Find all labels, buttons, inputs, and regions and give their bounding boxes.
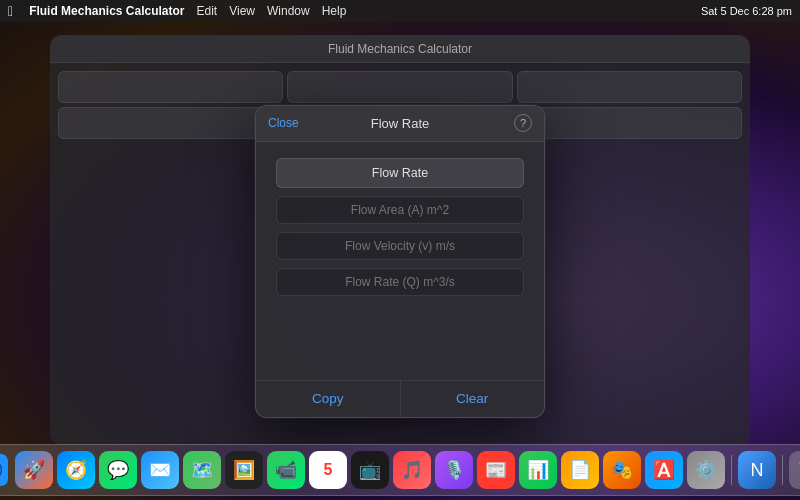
dock-pages[interactable]: 📄 [561, 451, 599, 489]
copy-button[interactable]: Copy [256, 381, 401, 417]
help-icon: ? [520, 117, 526, 129]
dock-news[interactable]: 📰 [477, 451, 515, 489]
dock-facetime[interactable]: 📹 [267, 451, 305, 489]
menubar-view[interactable]: View [229, 4, 255, 18]
flow-rate-modal: Close Flow Rate ? Flow Rate Copy Clear [255, 105, 545, 418]
dock-podcasts[interactable]: 🎙️ [435, 451, 473, 489]
modal-titlebar: Close Flow Rate ? [256, 106, 544, 142]
apple-menu[interactable]:  [8, 3, 13, 19]
dock-nord[interactable]: N [738, 451, 776, 489]
dock-systemprefs[interactable]: ⚙️ [687, 451, 725, 489]
dock-numbers[interactable]: 📊 [519, 451, 557, 489]
dock-appstore[interactable]: 🅰️ [645, 451, 683, 489]
modal-footer: Copy Clear [256, 380, 544, 417]
dock-separator [731, 455, 732, 485]
flow-velocity-input[interactable] [276, 232, 524, 260]
clear-button[interactable]: Clear [401, 381, 545, 417]
flow-rate-input[interactable] [276, 268, 524, 296]
modal-spacer [276, 304, 524, 364]
dock-separator-2 [782, 455, 783, 485]
menubar-window[interactable]: Window [267, 4, 310, 18]
dock-trash[interactable]: 🗑️ [789, 451, 800, 489]
menubar:  Fluid Mechanics Calculator Edit View W… [0, 0, 800, 22]
dock-safari[interactable]: 🧭 [57, 451, 95, 489]
dock-mail[interactable]: ✉️ [141, 451, 179, 489]
modal-overlay: Close Flow Rate ? Flow Rate Copy Clear [0, 0, 800, 500]
dock-maps[interactable]: 🗺️ [183, 451, 221, 489]
dock-finder[interactable]: 🔵 [0, 451, 11, 489]
flow-rate-section-button[interactable]: Flow Rate [276, 158, 524, 188]
menubar-app-name: Fluid Mechanics Calculator [29, 4, 184, 18]
menubar-date: Sat 5 Dec 6:28 pm [701, 5, 792, 17]
dock-keynote[interactable]: 🎭 [603, 451, 641, 489]
dock-launchpad[interactable]: 🚀 [15, 451, 53, 489]
modal-close-button[interactable]: Close [268, 116, 299, 130]
dock-appletv[interactable]: 📺 [351, 451, 389, 489]
modal-body: Flow Rate [256, 142, 544, 380]
menubar-edit[interactable]: Edit [197, 4, 218, 18]
menubar-left:  Fluid Mechanics Calculator Edit View W… [8, 3, 701, 19]
dock-calendar[interactable]: 5 [309, 451, 347, 489]
dock-photos[interactable]: 🖼️ [225, 451, 263, 489]
modal-help-button[interactable]: ? [514, 114, 532, 132]
menubar-help[interactable]: Help [322, 4, 347, 18]
modal-title: Flow Rate [371, 116, 430, 131]
dock: 🔵 🚀 🧭 💬 ✉️ 🗺️ 🖼️ 📹 5 📺 🎵 🎙️ 📰 📊 📄 🎭 [0, 444, 800, 496]
flow-area-input[interactable] [276, 196, 524, 224]
menubar-right: Sat 5 Dec 6:28 pm [701, 5, 792, 17]
dock-messages[interactable]: 💬 [99, 451, 137, 489]
dock-music[interactable]: 🎵 [393, 451, 431, 489]
